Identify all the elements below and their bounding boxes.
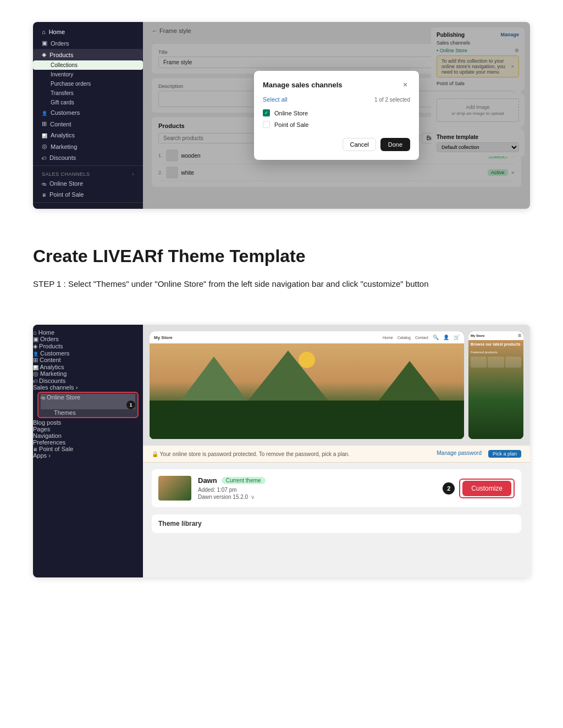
mobile-card-2: [488, 357, 504, 368]
pick-plan-link[interactable]: Pick a plan: [488, 450, 521, 458]
store-preview: My Store Home Catalog Contact 🔍 👤 🛒: [143, 325, 530, 446]
modal-select-row: Select all 1 of 2 selected: [263, 96, 410, 103]
sidebar2-analytics[interactable]: Analytics: [33, 364, 143, 370]
analytics-icon-2: [33, 364, 38, 370]
sidebar-item-home[interactable]: Home: [33, 26, 143, 37]
sidebar-item-discounts[interactable]: Discounts: [33, 152, 143, 163]
modal-title: Manage sales channels: [263, 81, 343, 89]
sidebar-item-inventory[interactable]: Inventory: [33, 70, 143, 79]
article-step1: STEP 1 : Select "Themes" under "Online S…: [33, 277, 530, 291]
sidebar2-products[interactable]: Products: [33, 343, 143, 350]
products-icon: [42, 51, 46, 58]
discounts-icon: [42, 154, 46, 161]
sidebar-item-analytics[interactable]: Analytics: [33, 130, 143, 141]
sidebar-item-online-store[interactable]: Online Store: [33, 178, 143, 189]
theme-library-section: Theme library: [152, 514, 521, 533]
online-store-icon-2: [41, 394, 45, 401]
admin-main-2: My Store Home Catalog Contact 🔍 👤 🛒: [143, 325, 530, 577]
cancel-button[interactable]: Cancel: [343, 138, 376, 151]
online-store-checkbox[interactable]: [263, 109, 270, 116]
scene-bg: [150, 343, 464, 439]
modal-close-button[interactable]: ×: [400, 80, 410, 90]
modal-header: Manage sales channels ×: [263, 80, 410, 90]
sidebar2-marketing[interactable]: Marketing: [33, 370, 143, 377]
modal-footer: Cancel Done: [263, 138, 410, 151]
admin-layout-1: Home Orders Products Collections Invento…: [33, 22, 530, 209]
step-circle-2: 2: [443, 482, 455, 494]
search-icon: 🔍: [433, 335, 439, 340]
online-store-highlight: Online Store 1 Themes: [37, 392, 139, 418]
modal-container: Manage sales channels × Select all 1 of …: [143, 22, 530, 209]
sidebar-item-transfers[interactable]: Transfers: [33, 88, 143, 98]
pos-icon: [42, 191, 46, 198]
admin-layout-2: Home Orders Products Customers Content: [33, 325, 530, 577]
sidebar-item-gift-cards[interactable]: Gift cards: [33, 98, 143, 107]
page-container: Home Orders Products Collections Invento…: [0, 0, 563, 599]
password-links: Manage password Pick a plan: [437, 450, 521, 458]
theme-added: Added: 1:07 pm: [198, 487, 436, 493]
sidebar2-home[interactable]: Home: [33, 329, 143, 336]
theme-version: Dawn version 15.2.0 ∨: [198, 494, 436, 500]
cart-icon: 🛒: [454, 335, 460, 340]
orders-icon-2: [33, 336, 38, 342]
pos-icon-2: [33, 446, 37, 452]
sidebar2-blog-posts[interactable]: Blog posts: [33, 419, 143, 426]
theme-row: Dawn Current theme Added: 1:07 pm Dawn v…: [158, 476, 515, 501]
marketing-icon-2: [33, 370, 38, 377]
password-bar: 🔒 Your online store is password protecte…: [143, 446, 530, 463]
lock-icon: 🔒: [152, 451, 158, 457]
modal-option-pos[interactable]: Point of Sale: [263, 119, 410, 130]
sidebar-item-marketing[interactable]: Marketing: [33, 141, 143, 152]
mobile-card-3: [505, 357, 521, 368]
mobile-product-cards: [471, 357, 521, 368]
sales-channels-section: Sales channels ›: [33, 168, 143, 178]
sidebar2-pages[interactable]: Pages: [33, 426, 143, 432]
discounts-icon-2: [33, 377, 37, 384]
sidebar2-themes[interactable]: Themes: [41, 409, 135, 416]
manage-sales-channels-modal: Manage sales channels × Select all 1 of …: [254, 71, 419, 160]
sidebar2-navigation[interactable]: Navigation: [33, 432, 143, 439]
sidebar2-preferences[interactable]: Preferences: [33, 439, 143, 446]
nav-contact: Contact: [415, 336, 428, 340]
mobile-browse-label: Browse our latest products: [471, 342, 521, 347]
modal-option-online-store[interactable]: Online Store: [263, 107, 410, 119]
account-icon: 👤: [443, 335, 449, 340]
store-name: My Store: [154, 335, 173, 340]
apps-section: Apps›: [33, 205, 143, 209]
content-icon: [42, 120, 47, 127]
sidebar2-pos[interactable]: Point of Sale: [33, 446, 143, 452]
pos-checkbox[interactable]: [263, 121, 270, 128]
sidebar2-customers[interactable]: Customers: [33, 350, 143, 357]
sidebar-item-collections[interactable]: Collections: [33, 60, 143, 70]
done-button[interactable]: Done: [380, 138, 410, 151]
sidebar-item-content[interactable]: Content: [33, 118, 143, 130]
desktop-preview: My Store Home Catalog Contact 🔍 👤 🛒: [150, 331, 464, 439]
customize-button[interactable]: Customize: [462, 481, 511, 496]
sidebar-2: Home Orders Products Customers Content: [33, 325, 143, 577]
sidebar-item-orders[interactable]: Orders: [33, 37, 143, 49]
screenshot-card-2: Home Orders Products Customers Content: [33, 325, 530, 577]
manage-password-link[interactable]: Manage password: [437, 450, 482, 458]
chevron-down-icon: ∨: [251, 494, 255, 500]
nav-catalog: Catalog: [398, 336, 411, 340]
trees: [150, 401, 464, 439]
customers-icon-2: [33, 350, 38, 357]
sidebar2-content[interactable]: Content: [33, 357, 143, 364]
select-all-link[interactable]: Select all: [263, 96, 288, 103]
mountain-1: [181, 357, 247, 401]
nav-home: Home: [383, 336, 393, 340]
sidebar-item-products[interactable]: Products: [33, 49, 143, 60]
sidebar-item-purchase-orders[interactable]: Purchase orders: [33, 79, 143, 88]
apps-section-2: Apps ›: [33, 452, 143, 459]
sidebar2-online-store[interactable]: Online Store 1: [41, 394, 135, 409]
sidebar-item-customers[interactable]: Customers: [33, 107, 143, 118]
sidebar2-discounts[interactable]: Discounts: [33, 377, 143, 384]
desktop-body: [150, 343, 464, 439]
analytics-icon: [42, 132, 47, 138]
mobile-body: Browse our latest products Featured prod…: [468, 340, 523, 439]
sidebar2-orders[interactable]: Orders: [33, 336, 143, 343]
sidebar-item-pos[interactable]: Point of Sale: [33, 189, 143, 200]
selection-count: 1 of 2 selected: [374, 97, 410, 103]
mobile-featured-label: Featured products: [471, 351, 521, 354]
mountain-2: [244, 351, 332, 405]
